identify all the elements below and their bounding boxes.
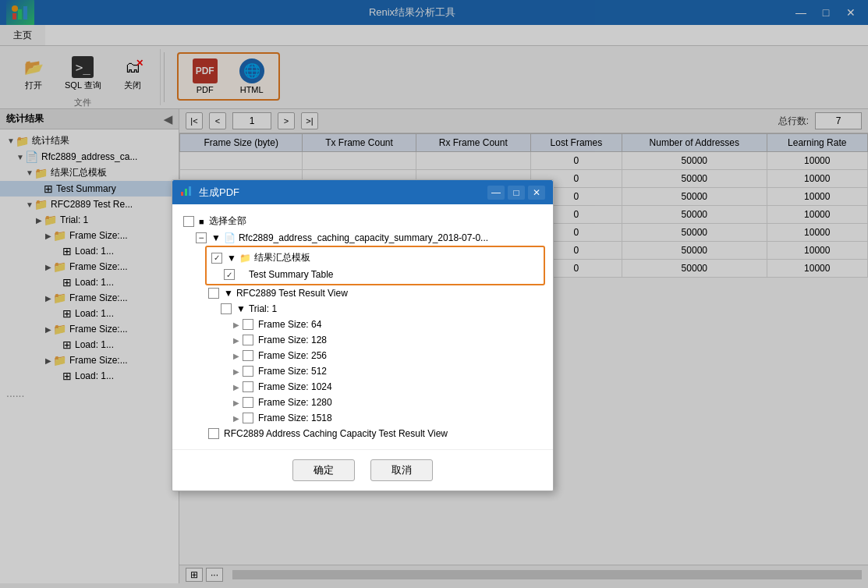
modal-body: ■ 选择全部 ▼ 📄 Rfc2889_address_caching_capac… [172,204,553,449]
folder-arrow: ▼ [227,253,236,264]
modal-tree-template[interactable]: ▼ 📁 结果汇总模板 [208,249,542,267]
modal-tree-testsummary[interactable]: Test Summary Table [208,267,542,282]
fs512-checkbox[interactable] [243,366,253,377]
fs128-label: Frame Size: 128 [258,335,327,345]
modal-tree-fs512[interactable]: ▶ Frame Size: 512 [230,363,545,379]
fs128-checkbox[interactable] [243,335,253,345]
testresult-checkbox[interactable] [208,288,219,299]
arrow: ▼ [224,288,233,299]
modal-tree-fs1518[interactable]: ▶ Frame Size: 1518 [230,410,545,426]
modal-tree-fs256[interactable]: ▶ Frame Size: 256 [230,348,545,363]
select-all-item[interactable]: ■ 选择全部 [180,212,545,230]
modal-footer: 确定 取消 [172,449,553,491]
fs256-checkbox[interactable] [243,350,253,361]
fs1280-label: Frame Size: 1280 [258,397,332,408]
svg-rect-6 [189,186,191,196]
modal-close-button[interactable]: ✕ [528,186,545,200]
folder-icon: 📁 [239,253,251,264]
confirm-button[interactable]: 确定 [292,459,355,481]
modal-tree-fs128[interactable]: ▶ Frame Size: 128 [230,332,545,348]
modal-maximize-button[interactable]: □ [508,186,525,200]
fs1518-label: Frame Size: 1518 [258,413,332,423]
template-checkbox[interactable] [211,253,222,264]
highlight-box: ▼ 📁 结果汇总模板 Test Summary Table [205,246,545,285]
testsummary-label: Test Summary Table [249,269,334,280]
modal-tree-fs64[interactable]: ▶ Frame Size: 64 [230,317,545,332]
arrow: ▼ [236,303,246,314]
modal-tree-rfc-root[interactable]: ▼ 📄 Rfc2889_address_caching_capacity_sum… [180,230,545,246]
fs512-label: Frame Size: 512 [258,366,327,377]
modal-title-icon [180,185,193,200]
rfc-root-checkbox[interactable] [196,232,207,243]
modal-tree-caching[interactable]: RFC2889 Address Caching Capacity Test Re… [205,426,545,441]
modal-minimize-button[interactable]: — [487,186,505,200]
template-section: ▼ 📁 结果汇总模板 Test Summary Table [205,246,545,285]
modal-titlebar-left: 生成PDF [180,185,239,200]
trial1-checkbox[interactable] [221,303,232,314]
trial1-label: Trial: 1 [249,303,277,314]
fs1280-checkbox[interactable] [243,397,253,408]
pdf-doc-icon: 📄 [224,232,236,243]
generate-pdf-modal: 生成PDF — □ ✕ ■ 选择全部 ▼ 📄 Rfc2889_address_c… [172,179,554,491]
modal-tree-fs1280[interactable]: ▶ Frame Size: 1280 [230,395,545,410]
fs64-checkbox[interactable] [243,319,253,330]
doc-icon: ▼ [211,232,221,243]
svg-rect-4 [181,192,183,196]
modal-tree-fs1024[interactable]: ▶ Frame Size: 1024 [230,379,545,395]
cancel-button[interactable]: 取消 [370,459,433,481]
fs1024-checkbox[interactable] [243,381,253,392]
caching-label: RFC2889 Address Caching Capacity Test Re… [224,428,448,439]
fs256-label: Frame Size: 256 [258,350,327,361]
svg-rect-5 [185,189,187,196]
modal-title: 生成PDF [199,186,239,200]
modal-tree-testresult[interactable]: ▼ RFC2889 Test Result View [205,285,545,301]
fs1024-label: Frame Size: 1024 [258,381,332,392]
fs64-label: Frame Size: 64 [258,319,321,330]
testsummary-checkbox[interactable] [224,269,235,280]
rfc-root-label: Rfc2889_address_caching_capacity_summary… [239,232,488,243]
fs1518-checkbox[interactable] [243,413,253,423]
caching-checkbox[interactable] [208,428,219,439]
modal-overlay: 生成PDF — □ ✕ ■ 选择全部 ▼ 📄 Rfc2889_address_c… [0,0,868,583]
modal-title-controls[interactable]: — □ ✕ [487,186,545,200]
select-all-checkbox[interactable] [183,216,194,227]
modal-titlebar: 生成PDF — □ ✕ [172,180,553,204]
testresult-label: RFC2889 Test Result View [236,288,348,299]
template-label: 结果汇总模板 [254,251,310,264]
modal-tree-trial1[interactable]: ▼ Trial: 1 [218,301,545,317]
select-all-label: 选择全部 [209,214,246,228]
